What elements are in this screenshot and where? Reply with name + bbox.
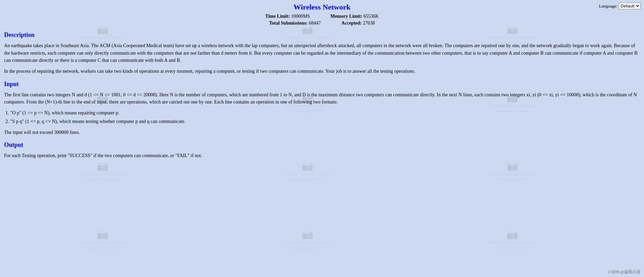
page-title: Wireless Network	[4, 3, 640, 12]
csdn-credit: CSDN @蓝田心语	[608, 269, 641, 275]
description-para-1: An earthquake takes place in Southeast A…	[4, 42, 640, 64]
description-para-2: In the process of repairing the network,…	[4, 68, 640, 75]
memory-limit-label: Memory Limit: 65536K	[331, 14, 379, 19]
time-limit-value: 10000MS	[291, 14, 310, 19]
language-selector[interactable]: Language: Default C C++ Java Python	[599, 3, 641, 9]
time-limit-label: Time Limit: 10000MS	[265, 14, 310, 19]
output-title: Output	[4, 141, 640, 149]
accepted-value: 27038	[363, 20, 375, 26]
memory-limit-value: 65536K	[363, 14, 379, 19]
accepted-info: Accepted: 27038	[341, 20, 375, 26]
input-list-item-1: 1. "O p" (1 <= p <= N), which means repa…	[5, 109, 640, 117]
meta-row-2: Total Submissions: 68447 Accepted: 27038	[4, 20, 640, 26]
language-label: Language:	[599, 3, 618, 9]
input-list: 1. "O p" (1 <= p <= N), which means repa…	[5, 109, 640, 125]
description-title: Description	[4, 31, 640, 39]
input-footer: The input will not exceed 300000 lines.	[4, 129, 640, 136]
input-list-item-2: 2. "S p q" (1 <= p, q <= N), which means…	[5, 118, 640, 125]
output-body: For each Testing operation, print "SUCCE…	[4, 152, 640, 160]
submissions-info: Total Submissions: 68447	[269, 20, 321, 26]
meta-row-1: Time Limit: 10000MS Memory Limit: 65536K	[4, 14, 640, 19]
submissions-value: 68447	[309, 20, 321, 26]
page-content: Wireless Network Time Limit: 10000MS Mem…	[0, 0, 644, 170]
header-section: Wireless Network Time Limit: 10000MS Mem…	[4, 3, 640, 26]
input-title: Input	[4, 81, 640, 88]
language-dropdown[interactable]: Default C C++ Java Python	[619, 3, 641, 9]
input-body: The first line contains two integers N a…	[4, 91, 640, 136]
description-body: An earthquake takes place in Southeast A…	[4, 42, 640, 75]
input-paragraph: The first line contains two integers N a…	[4, 91, 640, 106]
output-paragraph: For each Testing operation, print "SUCCE…	[4, 152, 640, 160]
